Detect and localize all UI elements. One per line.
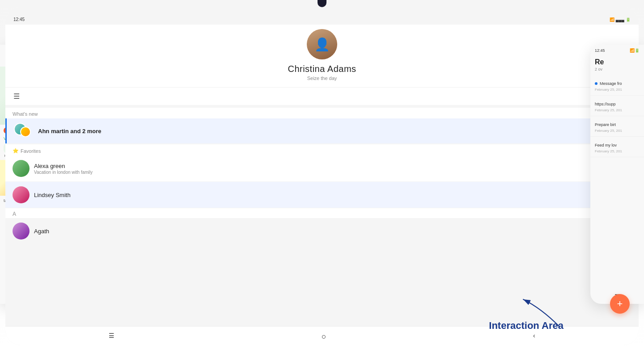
profile-section: 👤 Christina Adams Seize the day — [5, 25, 639, 87]
profile-name: Christina Adams — [288, 64, 356, 74]
interaction-area-label: Interaction Area — [489, 320, 564, 332]
favorites-section: ⭐ Favorites Alexa green Vacation in lond… — [5, 144, 639, 208]
reminder-4[interactable]: Feed my lov February 25, 201 — [590, 137, 644, 157]
favorites-star-icon: ⭐ — [13, 148, 19, 154]
phone-far-right: 12:45 📶🔋 Re 2 ov Message fro February 25… — [590, 45, 644, 304]
contact-alexa[interactable]: Alexa green Vacation in london with fami… — [5, 155, 639, 182]
reminder-title-2: https://supp — [595, 102, 616, 106]
far-right-sub: 2 ov — [590, 67, 644, 75]
reminder-date-3: February 25, 201 — [595, 129, 640, 133]
reminder-title-3: Prepare birt — [595, 122, 616, 127]
main-hamburger-icon[interactable]: ☰ — [13, 92, 20, 101]
reminder-2[interactable]: https://supp February 25, 201 — [590, 96, 644, 116]
contact-lindsey[interactable]: Lindsey Smith — [5, 182, 639, 208]
bottom-nav-home[interactable]: ○ — [322, 332, 326, 341]
far-right-status: 12:45 📶🔋 — [590, 45, 644, 55]
new-message-item[interactable]: Ahn martin and 2 more 3 — [5, 118, 639, 143]
far-right-title: Re — [590, 55, 644, 67]
reminder-date-2: February 25, 201 — [595, 108, 640, 112]
new-msg-avatar-2 — [20, 126, 31, 137]
new-msg-info: Ahn martin and 2 more — [38, 128, 619, 134]
battery-icon: 🔋 — [626, 17, 631, 22]
bottom-nav-hamburger: ☰ — [109, 332, 114, 341]
whats-new-label: What's new — [5, 108, 639, 118]
contact-lindsey-info: Lindsey Smith — [34, 192, 631, 198]
reminder-1[interactable]: Message fro February 25, 201 — [590, 75, 644, 96]
reminder-3[interactable]: Prepare birt February 25, 201 — [590, 116, 644, 137]
whats-new-section: What's new Ahn martin and 2 more 3 — [5, 108, 639, 143]
reminder-date-1: February 25, 201 — [595, 88, 640, 92]
profile-subtitle: Seize the day — [307, 76, 337, 81]
reminder-dot-1 — [595, 82, 597, 85]
fr-time: 12:45 — [595, 48, 605, 53]
section-a: A — [5, 208, 639, 218]
contact-agatha-info: Agath — [34, 228, 631, 235]
contact-agatha-avatar — [13, 223, 30, 240]
contact-alexa-avatar — [13, 160, 30, 177]
main-status-bar: 12:45 📶 ▄▄▄ 🔋 — [5, 8, 639, 25]
reminder-date-4: February 25, 201 — [595, 149, 640, 153]
contact-agatha-name: Agath — [34, 228, 631, 235]
fr-signal: 📶🔋 — [630, 48, 640, 53]
new-msg-name: Ahn martin and 2 more — [38, 128, 619, 134]
contact-alexa-name: Alexa green — [34, 163, 631, 169]
contact-alexa-sub: Vacation in london with family — [34, 170, 631, 175]
profile-avatar: 👤 — [307, 29, 337, 59]
contact-agatha[interactable]: Agath — [5, 218, 639, 244]
main-phone: 12:45 📶 ▄▄▄ 🔋 👤 Christina Adams Seize th… — [0, 277, 165, 353]
favorites-label: ⭐ Favorites — [5, 144, 639, 155]
main-toolbar: ☰ 🔍 ⋮ — [5, 87, 639, 105]
contact-alexa-info: Alexa green Vacation in london with fami… — [34, 163, 631, 175]
contact-lindsey-name: Lindsey Smith — [34, 192, 631, 198]
contact-lindsey-avatar — [13, 186, 30, 203]
signal-icon: ▄▄▄ — [616, 17, 624, 22]
main-fab-button[interactable]: + — [610, 294, 630, 314]
reminder-title-4: Feed my lov — [595, 143, 617, 147]
new-msg-avatars — [14, 123, 34, 139]
reminder-title-1: Message fro — [600, 81, 622, 86]
main-time: 12:45 — [13, 17, 25, 22]
wifi-icon: 📶 — [610, 17, 614, 22]
favorites-text: Favorites — [21, 148, 41, 154]
main-signal: 📶 ▄▄▄ 🔋 — [610, 17, 631, 22]
